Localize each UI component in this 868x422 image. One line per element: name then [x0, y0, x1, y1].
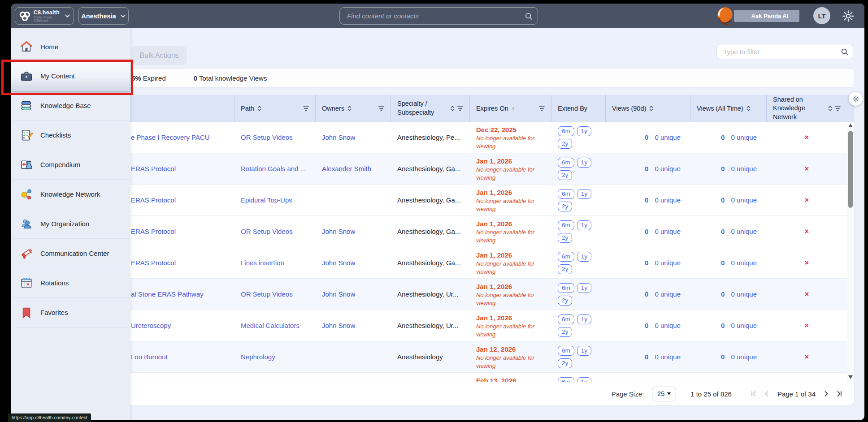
global-search-input[interactable]: [340, 12, 519, 20]
row-path-link[interactable]: OR Setup Videos: [234, 216, 316, 247]
row-path-link[interactable]: [234, 373, 316, 382]
sort-icon[interactable]: [828, 105, 832, 112]
filter-icon[interactable]: [457, 106, 463, 111]
settings-gear-icon[interactable]: [842, 9, 855, 23]
sidebar-item-favorites[interactable]: Favorites: [11, 298, 130, 327]
row-path-link[interactable]: OR Setup Videos: [234, 122, 316, 153]
filter-icon[interactable]: [303, 106, 309, 111]
sort-icon[interactable]: [347, 105, 352, 112]
user-avatar[interactable]: LT: [813, 7, 830, 24]
not-shared-x-icon[interactable]: ×: [805, 133, 809, 142]
extend-6m-button[interactable]: 6m: [558, 346, 574, 356]
filter-icon[interactable]: [835, 106, 841, 111]
extend-6m-button[interactable]: 6m: [558, 314, 574, 324]
extend-2y-button[interactable]: 2y: [558, 264, 572, 274]
ask-panda-ai-button[interactable]: Ask Panda AI: [734, 10, 799, 22]
sort-icon[interactable]: [649, 105, 653, 112]
row-owner-link[interactable]: [316, 341, 391, 372]
row-path-link[interactable]: Nephrology: [234, 341, 316, 372]
extend-6m-button[interactable]: 6m: [558, 158, 574, 168]
column-header-shared-on-kn[interactable]: Shared on Knowledge Network: [767, 95, 847, 122]
row-owner-link[interactable]: John Snow: [316, 279, 391, 310]
sort-asc-icon[interactable]: ↑: [512, 105, 515, 112]
first-page-button[interactable]: [751, 391, 758, 397]
row-owner-link[interactable]: John Snow: [316, 310, 391, 341]
not-shared-x-icon[interactable]: ×: [805, 322, 809, 330]
sidebar-item-my-organization[interactable]: My Organization: [11, 209, 130, 239]
panda-ai-mascot-icon[interactable]: [713, 5, 736, 27]
sidebar-item-communication-center[interactable]: Communication Center: [11, 239, 130, 268]
row-owner-link[interactable]: [316, 185, 391, 215]
sort-icon[interactable]: [451, 105, 455, 112]
row-owner-link[interactable]: [316, 373, 391, 382]
global-search-button[interactable]: [519, 8, 538, 24]
row-path-link[interactable]: Lines insertion: [234, 247, 316, 278]
extend-2y-button[interactable]: 2y: [558, 202, 572, 211]
not-shared-x-icon[interactable]: ×: [805, 228, 809, 236]
extend-2y-button[interactable]: 2y: [558, 358, 572, 368]
column-settings-button[interactable]: [849, 92, 863, 106]
extend-1y-button[interactable]: 1y: [577, 189, 591, 199]
extend-1y-button[interactable]: 1y: [577, 314, 591, 324]
extend-1y-button[interactable]: 1y: [577, 252, 591, 262]
sort-icon[interactable]: [746, 105, 751, 112]
row-owner-link[interactable]: John Snow: [316, 122, 391, 153]
row-owner-link[interactable]: John Snow: [316, 247, 391, 278]
not-shared-x-icon[interactable]: ×: [805, 353, 809, 361]
scroll-down-arrow-icon[interactable]: [848, 375, 853, 379]
org-switcher[interactable]: C8.health Create, Curate, Collaborate: [15, 7, 74, 25]
column-header-owners[interactable]: Owners: [316, 95, 391, 122]
sidebar-item-my-content[interactable]: My Content: [11, 61, 130, 91]
extend-2y-button[interactable]: 2y: [558, 139, 572, 149]
extend-6m-button[interactable]: 6m: [558, 283, 574, 293]
not-shared-x-icon[interactable]: ×: [805, 165, 809, 173]
column-header-views-all-time[interactable]: Views (All Time): [690, 95, 767, 122]
prev-page-button[interactable]: [764, 391, 769, 397]
row-path-link[interactable]: Rotation Goals and ...: [234, 153, 316, 184]
row-owner-link[interactable]: John Snow: [316, 216, 391, 247]
extend-6m-button[interactable]: 6m: [558, 126, 574, 136]
column-header-expires-on[interactable]: Expires On ↑: [470, 95, 551, 122]
row-owner-link[interactable]: Alexander Smith: [316, 153, 391, 184]
not-shared-x-icon[interactable]: ×: [805, 290, 809, 298]
extend-1y-button[interactable]: 1y: [577, 158, 591, 168]
column-header-specialty[interactable]: Specialty / Subspecialty: [391, 95, 470, 122]
sidebar-item-home[interactable]: Home: [11, 32, 130, 61]
filter-icon[interactable]: [378, 106, 384, 111]
extend-1y-button[interactable]: 1y: [577, 283, 591, 293]
workspace-dropdown[interactable]: Anesthesia: [78, 7, 129, 25]
scroll-up-arrow-icon[interactable]: [848, 124, 853, 127]
table-scrollbar[interactable]: [847, 122, 854, 382]
next-page-button[interactable]: [824, 391, 829, 397]
scrollbar-thumb[interactable]: [848, 131, 853, 208]
extend-1y-button[interactable]: 1y: [577, 126, 591, 136]
sidebar-item-knowledge-base[interactable]: Knowledge Base: [11, 91, 130, 121]
sort-icon[interactable]: [257, 105, 261, 112]
sidebar-item-checklists[interactable]: Checklists: [11, 121, 130, 150]
extend-2y-button[interactable]: 2y: [558, 296, 572, 306]
bulk-actions-button[interactable]: Bulk Actions: [131, 46, 187, 65]
last-page-button[interactable]: [835, 391, 842, 397]
extend-6m-button[interactable]: 6m: [558, 252, 574, 262]
table-filter-input[interactable]: [717, 44, 836, 59]
extend-1y-button[interactable]: 1y: [577, 377, 591, 382]
sidebar-item-rotations[interactable]: Rotations: [11, 268, 130, 298]
extend-6m-button[interactable]: 6m: [558, 220, 574, 230]
table-filter-search-button[interactable]: [836, 44, 853, 59]
not-shared-x-icon[interactable]: ×: [805, 259, 809, 267]
sidebar-item-knowledge-network[interactable]: Knowledge Network: [11, 180, 130, 209]
extend-2y-button[interactable]: 2y: [558, 327, 572, 337]
column-header-path[interactable]: Path: [234, 95, 316, 122]
extend-2y-button[interactable]: 2y: [558, 233, 572, 243]
extend-1y-button[interactable]: 1y: [577, 220, 591, 230]
extend-6m-button[interactable]: 6m: [558, 377, 574, 382]
row-path-link[interactable]: OR Setup Videos: [234, 279, 316, 310]
not-shared-x-icon[interactable]: ×: [805, 196, 809, 204]
row-path-link[interactable]: Medical Calculators: [234, 310, 316, 341]
filter-icon[interactable]: [539, 106, 545, 111]
extend-1y-button[interactable]: 1y: [577, 346, 591, 356]
extend-2y-button[interactable]: 2y: [558, 170, 572, 180]
column-header-views-90d[interactable]: Views (90d): [606, 95, 690, 122]
row-path-link[interactable]: Epidural Top-Ups: [234, 185, 316, 215]
extend-6m-button[interactable]: 6m: [558, 189, 574, 199]
